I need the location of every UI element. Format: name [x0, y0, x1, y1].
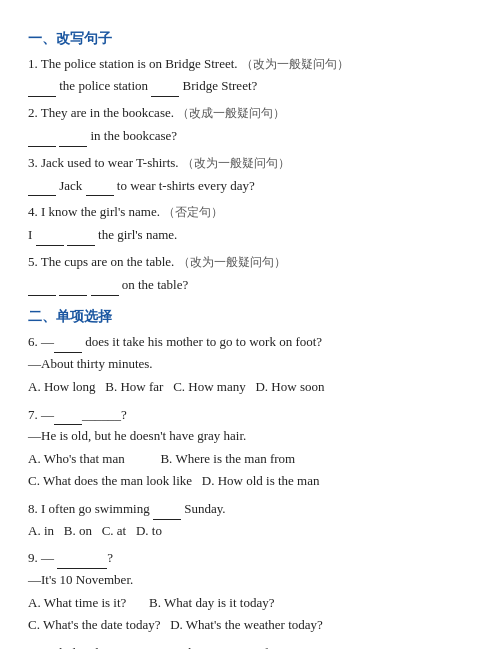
question-10: 10. Lily lived in a town the east coast …	[28, 642, 474, 649]
q9-answer: —It's 10 November.	[28, 570, 474, 591]
q4-blank1	[36, 224, 64, 246]
q7-text: 7. — ______?	[28, 404, 474, 426]
q4-number: 4.	[28, 204, 41, 219]
q2-text: 2. They are in the bookcase. （改成一般疑问句）	[28, 103, 474, 124]
q5-hint: （改为一般疑问句）	[178, 255, 286, 269]
q5-blank2	[59, 274, 87, 296]
q7-blank	[54, 404, 82, 426]
q1-sentence: The police station is on Bridge Street.	[41, 56, 238, 71]
q5-number: 5.	[28, 254, 41, 269]
q3-hint: （改为一般疑问句）	[182, 156, 290, 170]
q1-text: 1. The police station is on Bridge Stree…	[28, 54, 474, 75]
q6-blank	[54, 331, 82, 353]
q2-answer: in the bookcase?	[28, 125, 474, 147]
q7-question: ______?	[82, 407, 127, 422]
q2-number: 2.	[28, 105, 41, 120]
question-4: 4. I know the girl's name. （否定句） I the g…	[28, 202, 474, 246]
section-1-title: 一、改写句子	[28, 28, 474, 50]
section-2-title: 二、单项选择	[28, 306, 474, 328]
q5-text: 5. The cups are on the table. （改为一般疑问句）	[28, 252, 474, 273]
q1-hint: （改为一般疑问句）	[241, 57, 349, 71]
q2-blank1	[28, 125, 56, 147]
q2-sentence: They are in the bookcase.	[41, 105, 174, 120]
q9-options-line1: A. What time is it? B. What day is it to…	[28, 593, 474, 614]
question-8: 8. I often go swimming Sunday. A. in B. …	[28, 498, 474, 542]
q4-blank2	[67, 224, 95, 246]
question-9: 9. — ? —It's 10 November. A. What time i…	[28, 547, 474, 635]
q7-options-line1: A. Who's that man B. Where is the man fr…	[28, 449, 474, 470]
q6-number: 6. —	[28, 334, 54, 349]
q10-text: 10. Lily lived in a town the east coast …	[28, 642, 474, 649]
q7-answer: —He is old, but he doesn't have gray hai…	[28, 426, 474, 447]
q3-answer: Jack to wear t-shirts every day?	[28, 175, 474, 197]
question-6: 6. — does it take his mother to go to wo…	[28, 331, 474, 397]
q8-sentence2: Sunday.	[181, 501, 226, 516]
q5-answer: on the table?	[28, 274, 474, 296]
q9-text: 9. — ?	[28, 547, 474, 569]
question-1: 1. The police station is on Bridge Stree…	[28, 54, 474, 98]
q1-blank1	[28, 75, 56, 97]
q10-blank	[153, 642, 181, 649]
q2-blank2	[59, 125, 87, 147]
q9-options-line2: C. What's the date today? D. What's the …	[28, 615, 474, 636]
q5-blank3	[91, 274, 119, 296]
q3-blank1	[28, 175, 56, 197]
q4-sentence: I know the girl's name.	[41, 204, 160, 219]
section-2: 二、单项选择 6. — does it take his mother to g…	[28, 306, 474, 649]
q6-text: 6. — does it take his mother to go to wo…	[28, 331, 474, 353]
q1-blank2	[151, 75, 179, 97]
q6-options: A. How long B. How far C. How many D. Ho…	[28, 377, 474, 398]
q8-text: 8. I often go swimming Sunday.	[28, 498, 474, 520]
q6-answer: —About thirty minutes.	[28, 354, 474, 375]
question-3: 3. Jack used to wear T-shirts. （改为一般疑问句）…	[28, 153, 474, 197]
question-7: 7. — ______? —He is old, but he doesn't …	[28, 404, 474, 492]
question-2: 2. They are in the bookcase. （改成一般疑问句） i…	[28, 103, 474, 147]
q3-text: 3. Jack used to wear T-shirts. （改为一般疑问句）	[28, 153, 474, 174]
q5-sentence: The cups are on the table.	[41, 254, 175, 269]
q10-sentence: Lily lived in a town	[48, 645, 154, 649]
q9-number: 9. —	[28, 550, 57, 565]
q7-number: 7. —	[28, 407, 54, 422]
q4-text: 4. I know the girl's name. （否定句）	[28, 202, 474, 223]
q8-blank	[153, 498, 181, 520]
q8-options: A. in B. on C. at D. to	[28, 521, 474, 542]
q4-answer: I the girl's name.	[28, 224, 474, 246]
section-1: 一、改写句子 1. The police station is on Bridg…	[28, 28, 474, 296]
q8-sentence: I often go swimming	[41, 501, 153, 516]
q4-hint: （否定句）	[163, 205, 223, 219]
q1-answer: the police station Bridge Street?	[28, 75, 474, 97]
q1-number: 1.	[28, 56, 41, 71]
q7-options-line2: C. What does the man look like D. How ol…	[28, 471, 474, 492]
question-5: 5. The cups are on the table. （改为一般疑问句） …	[28, 252, 474, 296]
q3-blank2	[86, 175, 114, 197]
q9-blank	[57, 547, 107, 569]
q9-question: ?	[107, 550, 113, 565]
q2-hint: （改成一般疑问句）	[177, 106, 285, 120]
q3-sentence: Jack used to wear T-shirts.	[41, 155, 179, 170]
q8-number: 8.	[28, 501, 41, 516]
q6-question: does it take his mother to go to work on…	[82, 334, 322, 349]
q3-number: 3.	[28, 155, 41, 170]
q10-number: 10.	[28, 645, 48, 649]
q5-blank1	[28, 274, 56, 296]
q10-sentence2: the east coast of America.	[181, 645, 318, 649]
